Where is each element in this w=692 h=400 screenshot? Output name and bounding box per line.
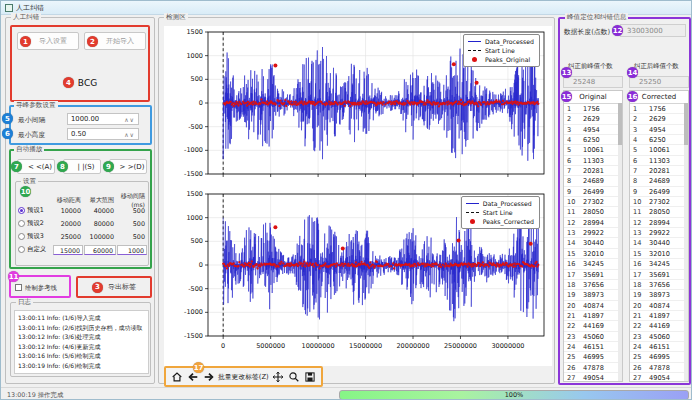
corrected-scrollbar[interactable] bbox=[684, 103, 688, 381]
table-row[interactable]: 1228994 bbox=[564, 218, 622, 228]
chart-bottom[interactable]: 150010005000-500-1000-150005000000100000… bbox=[164, 188, 552, 364]
table-row[interactable]: 720281 bbox=[630, 166, 688, 176]
table-row[interactable]: 1027302 bbox=[630, 197, 688, 207]
preset-value: 500 bbox=[117, 233, 148, 241]
table-row[interactable]: 1128050 bbox=[630, 207, 688, 217]
table-row[interactable]: 11756 bbox=[630, 104, 688, 114]
svg-text:500: 500 bbox=[191, 75, 203, 83]
import-settings-button[interactable]: 1 导入设置 bbox=[17, 32, 79, 50]
table-row[interactable]: 2647878 bbox=[564, 363, 622, 373]
svg-text:-1500: -1500 bbox=[184, 170, 203, 178]
play-prev-button[interactable]: < <(A) bbox=[17, 159, 55, 174]
table-row[interactable]: 2647878 bbox=[630, 363, 688, 373]
table-row[interactable]: 611303 bbox=[630, 156, 688, 166]
preset-row[interactable]: 自定义15000600001000 bbox=[16, 243, 148, 256]
corrected-peaks-table[interactable]: Corrected 117562262934954462505100616113… bbox=[629, 90, 689, 382]
original-peaks-table[interactable]: Original 1175622629349544625051006161130… bbox=[563, 90, 623, 382]
preset-radio[interactable] bbox=[18, 246, 25, 253]
right-panel-title: 峰值定位和纠错信息 bbox=[565, 13, 628, 22]
table-row[interactable]: 926499 bbox=[564, 187, 622, 197]
original-scrollbar[interactable] bbox=[618, 103, 622, 381]
table-row[interactable]: 1532010 bbox=[564, 249, 622, 259]
badge-3: 3 bbox=[92, 282, 103, 293]
table-row[interactable]: 611303 bbox=[564, 156, 622, 166]
table-row[interactable]: 11756 bbox=[564, 104, 622, 114]
table-row[interactable]: 2446151 bbox=[630, 342, 688, 352]
table-row[interactable]: 1735691 bbox=[630, 270, 688, 280]
table-row[interactable]: 2040874 bbox=[630, 301, 688, 311]
table-row[interactable]: 2446151 bbox=[564, 342, 622, 352]
min-height-input[interactable]: 0.50 ∧∨ bbox=[67, 128, 139, 140]
preset-radio[interactable] bbox=[18, 233, 25, 240]
table-row[interactable]: 824689 bbox=[564, 176, 622, 186]
chart-top[interactable]: 150010005000-500-1000-1500Data_Processed… bbox=[164, 26, 552, 184]
after-count-value: 25250 bbox=[639, 78, 661, 86]
table-row[interactable]: 2546995 bbox=[630, 352, 688, 362]
table-row[interactable]: 1837656 bbox=[564, 280, 622, 290]
table-row[interactable]: 2749054 bbox=[630, 373, 688, 382]
spinner-icons[interactable]: ∧∨ bbox=[124, 116, 135, 123]
preset-row[interactable]: 预设22000080000500 bbox=[16, 217, 148, 230]
table-row[interactable]: 510061 bbox=[564, 145, 622, 155]
play-next-button[interactable]: > >(D) bbox=[109, 159, 147, 174]
table-row[interactable]: 1532010 bbox=[630, 249, 688, 259]
home-icon[interactable] bbox=[170, 370, 183, 383]
table-row[interactable]: 1837656 bbox=[630, 280, 688, 290]
table-row[interactable]: 1634245 bbox=[630, 259, 688, 269]
peak-value: 26499 bbox=[645, 187, 688, 197]
table-row[interactable]: 1027302 bbox=[564, 197, 622, 207]
reference-checkbox[interactable] bbox=[15, 284, 22, 291]
preset-row[interactable]: 预设11000040000500 bbox=[16, 204, 148, 217]
table-row[interactable]: 46250 bbox=[564, 135, 622, 145]
save-icon[interactable] bbox=[304, 370, 317, 383]
table-row[interactable]: 2244169 bbox=[564, 321, 622, 331]
forward-arrow-icon[interactable] bbox=[202, 370, 215, 383]
table-row[interactable]: 1735691 bbox=[564, 270, 622, 280]
zoom-icon[interactable] bbox=[288, 370, 301, 383]
table-row[interactable]: 2244169 bbox=[630, 321, 688, 331]
table-row[interactable]: 2141897 bbox=[564, 311, 622, 321]
table-row[interactable]: 1430440 bbox=[564, 238, 622, 248]
table-row[interactable]: 926499 bbox=[630, 187, 688, 197]
table-row[interactable]: 824689 bbox=[630, 176, 688, 186]
table-row[interactable]: 2546995 bbox=[564, 352, 622, 362]
spinner-icons[interactable]: ∧∨ bbox=[124, 131, 135, 138]
preset-custom-input[interactable]: 15000 bbox=[53, 245, 83, 255]
table-row[interactable]: 46250 bbox=[630, 135, 688, 145]
start-import-button[interactable]: 2 开始导入 bbox=[84, 32, 146, 50]
table-row[interactable]: 2040874 bbox=[564, 301, 622, 311]
table-row[interactable]: 1329922 bbox=[630, 228, 688, 238]
spin-down-icon[interactable]: ∨ bbox=[130, 116, 135, 123]
preset-radio[interactable] bbox=[18, 207, 25, 214]
preset-radio[interactable] bbox=[18, 220, 25, 227]
table-row[interactable]: 1430440 bbox=[630, 238, 688, 248]
table-row[interactable]: 22629 bbox=[630, 114, 688, 124]
pan-icon[interactable] bbox=[272, 370, 285, 383]
badge-5: 5 bbox=[2, 113, 13, 124]
peak-value: 34245 bbox=[579, 259, 622, 269]
log-area[interactable]: 13:00:11 Info: (1/6)导入完成13:00:11 Info: (… bbox=[14, 310, 149, 374]
table-row[interactable]: 510061 bbox=[630, 145, 688, 155]
table-row[interactable]: 2345060 bbox=[564, 332, 622, 342]
table-row[interactable]: 34954 bbox=[630, 125, 688, 135]
table-row[interactable]: 720281 bbox=[564, 166, 622, 176]
export-labels-button[interactable]: 3 导出标签 bbox=[76, 276, 152, 298]
table-row[interactable]: 2345060 bbox=[630, 332, 688, 342]
play-pause-button[interactable]: | |(S) bbox=[63, 159, 101, 174]
table-row[interactable]: 1228994 bbox=[630, 218, 688, 228]
table-row[interactable]: 2749054 bbox=[564, 373, 622, 382]
table-row[interactable]: 1938973 bbox=[630, 290, 688, 300]
preset-custom-input[interactable]: 60000 bbox=[84, 245, 116, 255]
min-interval-input[interactable]: 1000.00 ∧∨ bbox=[67, 113, 139, 125]
table-row[interactable]: 2141897 bbox=[630, 311, 688, 321]
table-row[interactable]: 1938973 bbox=[564, 290, 622, 300]
table-row[interactable]: 22629 bbox=[564, 114, 622, 124]
batch-edit-labels-button[interactable]: 批量更改标签(Z) bbox=[218, 372, 269, 382]
preset-custom-input[interactable]: 1000 bbox=[117, 245, 147, 255]
table-row[interactable]: 1329922 bbox=[564, 228, 622, 238]
table-row[interactable]: 1128050 bbox=[564, 207, 622, 217]
spin-down-icon[interactable]: ∨ bbox=[130, 131, 135, 138]
preset-row[interactable]: 预设325000100000500 bbox=[16, 230, 148, 243]
table-row[interactable]: 1634245 bbox=[564, 259, 622, 269]
table-row[interactable]: 34954 bbox=[564, 125, 622, 135]
